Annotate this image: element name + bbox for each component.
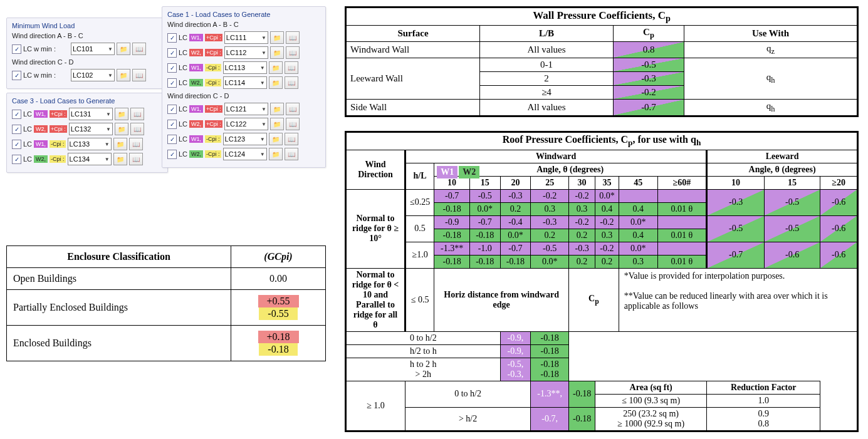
col-header: h/L <box>405 163 434 189</box>
lc-select[interactable]: LC114▼ <box>223 76 267 89</box>
cell: ≥ 1.0 <box>346 381 405 431</box>
cp-tag: -Cpi : <box>50 155 66 163</box>
min-wind-panel: Minimum Wind Load Wind direction A - B -… <box>6 18 168 89</box>
w-tag: W1, <box>34 140 48 148</box>
folder-icon[interactable]: 📁 <box>269 148 283 160</box>
dir-label: Wind direction A - B - C <box>12 32 162 39</box>
lc-label: LC <box>179 34 187 41</box>
book-icon[interactable]: 📖 <box>286 46 300 59</box>
checkbox[interactable] <box>167 63 177 73</box>
cp-tag: -Cpi : <box>205 64 221 71</box>
folder-icon[interactable]: 📁 <box>270 31 284 44</box>
enc-value: +0.18-0.18 <box>231 326 326 361</box>
cell: > h/2 <box>405 407 531 431</box>
lc-select[interactable]: LC113▼ <box>223 61 267 74</box>
checkbox[interactable] <box>167 105 177 114</box>
checkbox[interactable] <box>12 44 21 54</box>
folder-icon[interactable]: 📁 <box>270 103 284 115</box>
book-icon[interactable]: 📖 <box>132 43 146 55</box>
folder-icon[interactable]: 📁 <box>113 138 127 150</box>
enc-row-name: Enclosed Buildings <box>7 326 231 361</box>
cp-tag: +Cpi : <box>205 49 222 56</box>
table-title: Roof Pressure Coefficients, Cp, for use … <box>346 132 858 150</box>
lc-label: LC <box>179 64 187 71</box>
lc-select[interactable]: LC112▼ <box>224 46 268 59</box>
row-header: Normal to ridge for θ < 10 and Parallel … <box>346 268 405 331</box>
checkbox[interactable] <box>12 71 21 80</box>
lc-label: LC <box>179 49 187 56</box>
checkbox[interactable] <box>167 78 177 88</box>
cell: -0.18 <box>569 407 595 431</box>
checkbox[interactable] <box>167 150 177 159</box>
lc-select[interactable]: LC123▼ <box>223 133 267 145</box>
lc-label: LC <box>23 110 32 118</box>
col-header: Use With <box>684 26 858 42</box>
cp-tag: +Cpi : <box>50 110 67 118</box>
book-icon[interactable]: 📖 <box>286 118 300 130</box>
folder-icon[interactable]: 📁 <box>115 108 128 120</box>
col-header: Cp <box>614 26 684 42</box>
w-tag: W1, <box>34 110 48 118</box>
w-tag: W1, <box>189 135 203 143</box>
lc-select[interactable]: LC121▼ <box>224 103 268 115</box>
folder-icon[interactable]: 📁 <box>270 118 284 130</box>
lc-select[interactable]: LC132▼ <box>69 123 113 135</box>
folder-icon[interactable]: 📁 <box>269 61 283 74</box>
cp-tag: +Cpi : <box>50 125 67 133</box>
lc-select[interactable]: LC122▼ <box>224 118 268 130</box>
col-header: Horiz distance from windward edge <box>434 268 569 331</box>
cp-tag: +Cpi : <box>205 34 222 41</box>
checkbox[interactable] <box>167 120 177 129</box>
book-icon[interactable]: 📖 <box>130 108 144 120</box>
checkbox[interactable] <box>167 135 177 144</box>
book-icon[interactable]: 📖 <box>285 133 298 145</box>
checkbox[interactable] <box>167 33 177 43</box>
w1-tag: W1 <box>437 166 458 178</box>
panel-title: Minimum Wind Load <box>12 22 162 29</box>
checkbox[interactable] <box>167 48 177 58</box>
col-header: Area (sq ft) <box>595 381 707 394</box>
book-icon[interactable]: 📖 <box>132 69 146 81</box>
folder-icon[interactable]: 📁 <box>113 153 127 165</box>
checkbox[interactable] <box>12 155 21 164</box>
w-tag: W2, <box>34 125 48 133</box>
book-icon[interactable]: 📖 <box>286 31 300 44</box>
w-tag: W1, <box>189 105 203 113</box>
lc-select[interactable]: LC111▼ <box>224 31 268 44</box>
w-tag: W2, <box>189 49 203 56</box>
lc-label: LC <box>179 150 187 158</box>
lc-label: LC <box>179 135 187 143</box>
col-header: W1W2 Angle, θ (degrees) <box>434 163 707 176</box>
lc-select[interactable]: LC124▼ <box>223 148 267 160</box>
checkbox[interactable] <box>12 110 21 119</box>
cell: -0.18 <box>569 381 595 407</box>
checkbox[interactable] <box>12 125 21 134</box>
cell: -0.7, <box>531 407 569 431</box>
w-tag: W2, <box>189 120 203 128</box>
col-header: L/B <box>480 26 614 42</box>
checkbox[interactable] <box>12 140 21 149</box>
folder-icon[interactable]: 📁 <box>117 43 130 55</box>
folder-icon[interactable]: 📁 <box>269 76 283 89</box>
col-header: Surface <box>346 26 480 42</box>
w-tag: W2, <box>189 79 203 86</box>
book-icon[interactable]: 📖 <box>285 76 298 89</box>
cp-tag: +Cpi : <box>205 120 222 128</box>
book-icon[interactable]: 📖 <box>285 148 298 160</box>
lc-select[interactable]: LC131▼ <box>69 108 113 120</box>
folder-icon[interactable]: 📁 <box>270 46 284 59</box>
lc-select[interactable]: LC101▼ <box>71 43 115 55</box>
book-icon[interactable]: 📖 <box>285 61 298 74</box>
book-icon[interactable]: 📖 <box>129 138 143 150</box>
book-icon[interactable]: 📖 <box>129 153 143 165</box>
folder-icon[interactable]: 📁 <box>115 123 128 135</box>
folder-icon[interactable]: 📁 <box>117 69 130 81</box>
lc-select[interactable]: LC102▼ <box>71 69 115 81</box>
lc-select[interactable]: LC133▼ <box>68 138 112 150</box>
w2-tag: W2 <box>459 166 479 178</box>
col-header: Cp <box>569 268 619 331</box>
book-icon[interactable]: 📖 <box>286 103 300 115</box>
folder-icon[interactable]: 📁 <box>269 133 283 145</box>
lc-select[interactable]: LC134▼ <box>68 153 112 165</box>
book-icon[interactable]: 📖 <box>130 123 144 135</box>
